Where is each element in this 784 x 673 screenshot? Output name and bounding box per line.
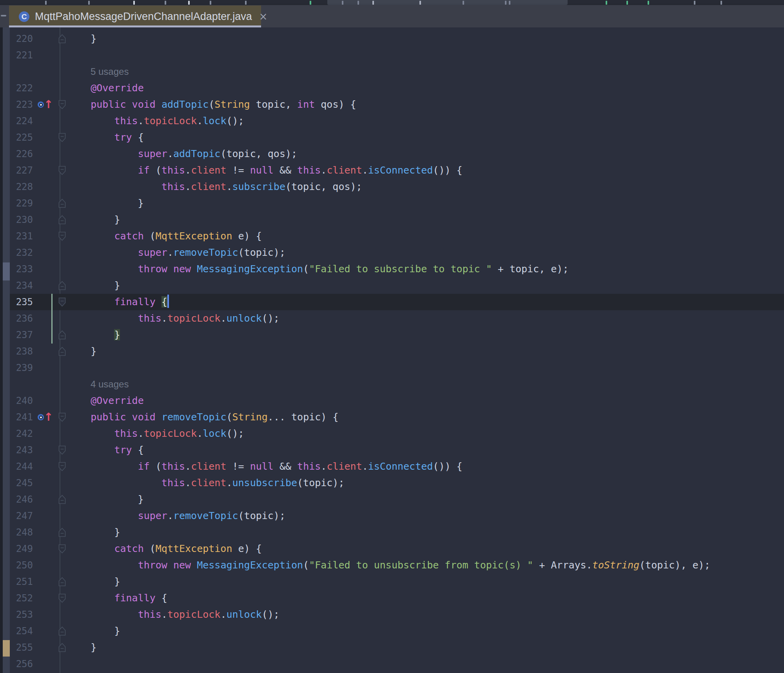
code-text[interactable]: this.topicLock.lock(); bbox=[67, 425, 784, 442]
fold-start-icon[interactable] bbox=[58, 593, 66, 603]
code-text[interactable]: } bbox=[67, 573, 784, 590]
fold-marker[interactable] bbox=[53, 31, 67, 47]
code-row[interactable]: 234 } bbox=[0, 277, 784, 294]
tab-close-icon[interactable]: × bbox=[259, 11, 268, 22]
fold-end-icon[interactable] bbox=[58, 215, 66, 224]
code-text[interactable] bbox=[67, 47, 784, 63]
code-text[interactable]: } bbox=[67, 623, 784, 639]
code-text[interactable]: public void removeTopic(String... topic)… bbox=[67, 409, 784, 425]
code-text[interactable]: catch (MqttException e) { bbox=[67, 228, 784, 244]
code-row[interactable]: 241↑ public void removeTopic(String... t… bbox=[0, 409, 784, 425]
fold-end-icon[interactable] bbox=[58, 199, 66, 208]
fold-end-icon[interactable] bbox=[58, 528, 66, 537]
code-text[interactable]: } bbox=[67, 277, 784, 294]
line-number[interactable]: 247 bbox=[10, 508, 34, 524]
code-row[interactable]: 223↑ public void addTopic(String topic, … bbox=[0, 96, 784, 113]
code-row[interactable]: 229 } bbox=[0, 195, 784, 212]
code-row[interactable]: 253 this.topicLock.unlock(); bbox=[0, 606, 784, 623]
line-number[interactable]: 226 bbox=[10, 146, 34, 162]
code-text[interactable]: catch (MqttException e) { bbox=[67, 541, 784, 557]
code-row[interactable]: 230 } bbox=[0, 212, 784, 228]
code-row[interactable]: 244 if (this.client != null && this.clie… bbox=[0, 458, 784, 475]
line-number[interactable]: 248 bbox=[10, 524, 34, 541]
code-text[interactable]: } bbox=[67, 31, 784, 47]
line-number[interactable]: 239 bbox=[10, 360, 34, 376]
fold-marker[interactable] bbox=[53, 409, 67, 425]
code-text[interactable]: public void addTopic(String topic, int q… bbox=[67, 96, 784, 113]
fold-end-icon[interactable] bbox=[58, 626, 66, 636]
line-number[interactable]: 250 bbox=[10, 557, 34, 573]
fold-end-icon[interactable] bbox=[58, 577, 66, 586]
code-text[interactable]: } bbox=[67, 524, 784, 541]
fold-marker[interactable] bbox=[53, 442, 67, 458]
line-number[interactable]: 231 bbox=[10, 228, 34, 244]
fold-marker[interactable] bbox=[53, 524, 67, 541]
overrides-method-gutter[interactable]: ↑ bbox=[34, 409, 53, 425]
line-number[interactable] bbox=[10, 376, 34, 393]
code-row[interactable]: 228 this.client.subscribe(topic, qos); bbox=[0, 179, 784, 195]
code-row[interactable]: 250 throw new MessagingException("Failed… bbox=[0, 557, 784, 573]
code-row[interactable]: 237 } bbox=[0, 327, 784, 343]
code-row[interactable]: 231 catch (MqttException e) { bbox=[0, 228, 784, 244]
fold-marker[interactable] bbox=[53, 129, 67, 146]
code-row[interactable]: 243 try { bbox=[0, 442, 784, 458]
code-row[interactable]: 224 this.topicLock.lock(); bbox=[0, 113, 784, 129]
code-row[interactable]: 242 this.topicLock.lock(); bbox=[0, 425, 784, 442]
code-text[interactable]: } bbox=[67, 195, 784, 212]
code-text[interactable]: if (this.client != null && this.client.i… bbox=[67, 162, 784, 179]
code-row[interactable]: 220 } bbox=[0, 31, 784, 47]
line-number[interactable]: 221 bbox=[10, 47, 34, 63]
line-number[interactable]: 251 bbox=[10, 573, 34, 590]
fold-marker[interactable] bbox=[53, 228, 67, 244]
line-number[interactable]: 234 bbox=[10, 277, 34, 294]
fold-marker[interactable] bbox=[53, 458, 67, 475]
line-number[interactable]: 224 bbox=[10, 113, 34, 129]
fold-end-icon[interactable] bbox=[58, 643, 66, 652]
code-editor[interactable]: 220 }2215 usages222 @Override223↑ public… bbox=[0, 27, 784, 673]
line-number[interactable]: 244 bbox=[10, 458, 34, 475]
line-number[interactable]: 238 bbox=[10, 343, 34, 360]
override-circle-icon[interactable] bbox=[38, 414, 44, 420]
code-text[interactable]: try { bbox=[67, 129, 784, 146]
code-row[interactable]: 247 super.removeTopic(topic); bbox=[0, 508, 784, 524]
code-row[interactable]: 252 finally { bbox=[0, 590, 784, 606]
line-number[interactable]: 229 bbox=[10, 195, 34, 212]
fold-end-icon[interactable] bbox=[58, 347, 66, 356]
fold-start-icon[interactable] bbox=[58, 445, 66, 455]
code-text[interactable] bbox=[67, 360, 784, 376]
fold-marker[interactable] bbox=[53, 573, 67, 590]
override-circle-icon[interactable] bbox=[38, 101, 44, 108]
code-row[interactable]: 238 } bbox=[0, 343, 784, 360]
code-row[interactable]: 226 super.addTopic(topic, qos); bbox=[0, 146, 784, 162]
code-text[interactable]: if (this.client != null && this.client.i… bbox=[67, 458, 784, 475]
line-number[interactable]: 242 bbox=[10, 425, 34, 442]
code-row[interactable]: 245 this.client.unsubscribe(topic); bbox=[0, 475, 784, 491]
line-number[interactable]: 249 bbox=[10, 541, 34, 557]
fold-start-icon[interactable] bbox=[58, 412, 66, 422]
usages-hint-label[interactable]: 5 usages bbox=[67, 66, 129, 77]
line-number[interactable]: 246 bbox=[10, 491, 34, 508]
code-row-current[interactable]: 235 finally { bbox=[0, 294, 784, 310]
fold-end-icon[interactable] bbox=[58, 34, 66, 43]
line-number[interactable]: 254 bbox=[10, 623, 34, 639]
code-row[interactable]: 233 throw new MessagingException("Failed… bbox=[0, 261, 784, 277]
line-number[interactable]: 255 bbox=[10, 639, 34, 656]
usages-hint-row[interactable]: 5 usages bbox=[0, 63, 784, 80]
override-up-arrow-icon[interactable]: ↑ bbox=[44, 96, 53, 113]
code-text[interactable]: finally { bbox=[67, 590, 784, 606]
line-number[interactable]: 243 bbox=[10, 442, 34, 458]
line-number[interactable]: 237 bbox=[10, 327, 34, 343]
line-number[interactable]: 230 bbox=[10, 212, 34, 228]
code-text[interactable]: this.client.unsubscribe(topic); bbox=[67, 475, 784, 491]
line-number[interactable]: 236 bbox=[10, 310, 34, 327]
code-row[interactable]: 249 catch (MqttException e) { bbox=[0, 541, 784, 557]
line-number[interactable] bbox=[10, 63, 34, 80]
fold-start-icon[interactable] bbox=[58, 232, 66, 241]
line-number[interactable]: 232 bbox=[10, 244, 34, 261]
fold-marker[interactable] bbox=[53, 541, 67, 557]
line-number[interactable]: 245 bbox=[10, 475, 34, 491]
line-number[interactable]: 241 bbox=[10, 409, 34, 425]
code-text[interactable]: @Override bbox=[67, 80, 784, 96]
fold-marker[interactable] bbox=[53, 277, 67, 294]
code-row[interactable]: 239 bbox=[0, 360, 784, 376]
